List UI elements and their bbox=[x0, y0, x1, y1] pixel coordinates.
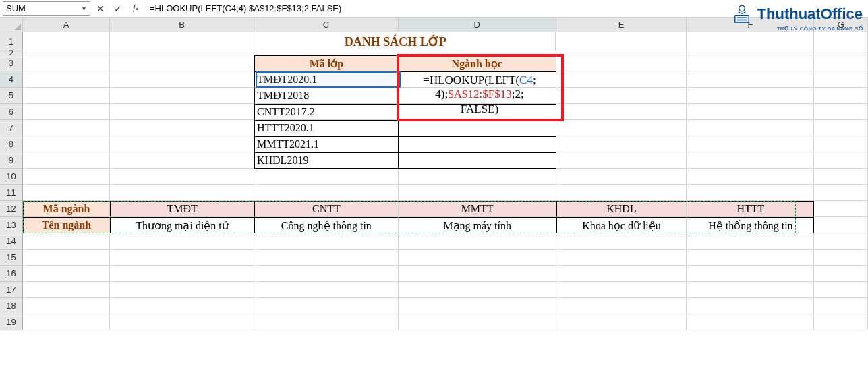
cell[interactable] bbox=[399, 282, 556, 298]
cell[interactable] bbox=[254, 266, 399, 282]
cell[interactable] bbox=[687, 55, 814, 71]
cell[interactable] bbox=[556, 233, 687, 250]
cell-C6[interactable]: CNTT2017.2 bbox=[254, 104, 399, 120]
cell[interactable] bbox=[23, 233, 110, 250]
cell[interactable] bbox=[814, 282, 868, 298]
cell[interactable] bbox=[23, 169, 110, 185]
select-all-corner[interactable] bbox=[0, 18, 23, 32]
col-header-D[interactable]: D bbox=[399, 18, 556, 32]
cell[interactable] bbox=[814, 120, 868, 136]
cell[interactable] bbox=[814, 32, 868, 51]
chevron-down-icon[interactable]: ▼ bbox=[81, 5, 87, 12]
cell-D4[interactable] bbox=[399, 71, 556, 88]
cancel-formula-icon[interactable]: ✕ bbox=[93, 1, 108, 16]
row-header-15[interactable]: 15 bbox=[0, 250, 23, 266]
lookup-row-hdr-2[interactable]: Tên ngành bbox=[23, 217, 110, 233]
cell[interactable] bbox=[23, 32, 110, 51]
cell[interactable] bbox=[556, 152, 687, 169]
col-header-nganh-hoc[interactable]: Ngành học bbox=[399, 55, 556, 71]
cell[interactable] bbox=[556, 250, 687, 266]
cell[interactable] bbox=[23, 314, 110, 330]
fx-icon[interactable]: fx bbox=[128, 1, 143, 16]
cell[interactable] bbox=[556, 104, 687, 120]
cell[interactable] bbox=[110, 55, 254, 71]
cell[interactable] bbox=[254, 185, 399, 201]
row-header-10[interactable]: 10 bbox=[0, 169, 23, 185]
cell[interactable] bbox=[110, 88, 254, 104]
cell[interactable] bbox=[814, 298, 868, 314]
cell[interactable] bbox=[110, 233, 254, 250]
lookup-code[interactable]: KHDL bbox=[556, 201, 687, 217]
row-header-11[interactable]: 11 bbox=[0, 185, 23, 201]
lookup-name[interactable]: Công nghệ thông tin bbox=[254, 217, 399, 233]
lookup-row-hdr-1[interactable]: Mã ngành bbox=[23, 201, 110, 217]
cell[interactable] bbox=[687, 88, 814, 104]
lookup-code[interactable]: TMĐT bbox=[110, 201, 254, 217]
spreadsheet-grid[interactable]: A B C D E F G 1 DANH SÁCH LỚP 2 bbox=[0, 18, 868, 330]
cell[interactable] bbox=[687, 71, 814, 88]
cell[interactable] bbox=[814, 104, 868, 120]
cell[interactable] bbox=[254, 298, 399, 314]
cell[interactable] bbox=[687, 314, 814, 330]
cell[interactable] bbox=[556, 32, 687, 51]
lookup-name[interactable]: Hệ thống thông tin bbox=[687, 217, 814, 233]
row-header-12[interactable]: 12 bbox=[0, 201, 23, 217]
cell-C7[interactable]: HTTT2020.1 bbox=[254, 120, 399, 136]
cell[interactable] bbox=[254, 233, 399, 250]
cell-D8[interactable] bbox=[399, 136, 556, 152]
cell[interactable] bbox=[110, 136, 254, 152]
cell[interactable] bbox=[687, 120, 814, 136]
lookup-code[interactable]: HTTT bbox=[687, 201, 814, 217]
lookup-code[interactable]: MMTT bbox=[399, 201, 556, 217]
cell-C4[interactable]: TMĐT2020.1 bbox=[254, 71, 399, 88]
row-header-18[interactable]: 18 bbox=[0, 298, 23, 314]
cell[interactable] bbox=[399, 185, 556, 201]
cell-D9[interactable] bbox=[399, 152, 556, 169]
cell[interactable] bbox=[399, 314, 556, 330]
cell[interactable] bbox=[814, 71, 868, 88]
cell[interactable] bbox=[556, 314, 687, 330]
row-header-3[interactable]: 3 bbox=[0, 55, 23, 71]
row-header-4[interactable]: 4 bbox=[0, 71, 23, 88]
cell[interactable] bbox=[556, 88, 687, 104]
cell[interactable] bbox=[110, 104, 254, 120]
cell-C9[interactable]: KHDL2019 bbox=[254, 152, 399, 169]
row-header-17[interactable]: 17 bbox=[0, 282, 23, 298]
confirm-formula-icon[interactable]: ✓ bbox=[111, 1, 125, 16]
name-box[interactable]: SUM ▼ bbox=[3, 1, 90, 16]
cell[interactable] bbox=[556, 266, 687, 282]
cell[interactable] bbox=[23, 136, 110, 152]
col-header-B[interactable]: B bbox=[110, 18, 254, 32]
row-header-5[interactable]: 5 bbox=[0, 88, 23, 104]
col-header-A[interactable]: A bbox=[23, 18, 110, 32]
cell[interactable] bbox=[23, 120, 110, 136]
cell[interactable] bbox=[687, 298, 814, 314]
cell[interactable] bbox=[814, 185, 868, 201]
cell[interactable] bbox=[254, 169, 399, 185]
cell[interactable] bbox=[687, 282, 814, 298]
row-header-6[interactable]: 6 bbox=[0, 104, 23, 120]
cell[interactable] bbox=[110, 314, 254, 330]
cell[interactable] bbox=[687, 250, 814, 266]
row-header-14[interactable]: 14 bbox=[0, 233, 23, 250]
cell[interactable] bbox=[23, 266, 110, 282]
cell[interactable] bbox=[814, 88, 868, 104]
cell-D7[interactable] bbox=[399, 120, 556, 136]
cell[interactable] bbox=[556, 185, 687, 201]
cell[interactable] bbox=[23, 88, 110, 104]
cell[interactable] bbox=[399, 169, 556, 185]
cell[interactable] bbox=[687, 104, 814, 120]
cell[interactable] bbox=[399, 298, 556, 314]
cell[interactable] bbox=[23, 298, 110, 314]
cell[interactable] bbox=[110, 169, 254, 185]
cell[interactable] bbox=[399, 266, 556, 282]
cell[interactable] bbox=[556, 169, 687, 185]
cell[interactable] bbox=[687, 136, 814, 152]
cell[interactable] bbox=[23, 250, 110, 266]
cell[interactable] bbox=[814, 217, 868, 233]
cell[interactable] bbox=[23, 55, 110, 71]
cell[interactable] bbox=[110, 266, 254, 282]
row-header-9[interactable]: 9 bbox=[0, 152, 23, 169]
row-header-19[interactable]: 19 bbox=[0, 314, 23, 330]
cell[interactable] bbox=[399, 233, 556, 250]
